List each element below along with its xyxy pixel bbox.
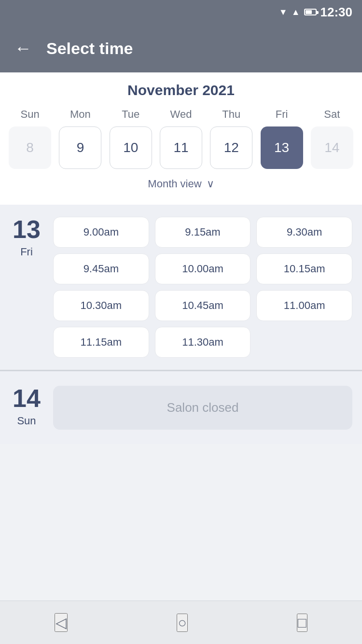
month-view-label: Month view (148, 178, 201, 190)
nav-home-button[interactable]: ○ (177, 614, 187, 632)
calendar-section: November 2021 Sun Mon Tue Wed Thu Fri Sa… (0, 72, 362, 205)
day-13-label-block: 13 Fri (10, 217, 43, 258)
date-12[interactable]: 12 (210, 126, 252, 169)
day-13-name: Fri (20, 246, 33, 258)
status-icons: ▼ ▲ 12:30 (279, 5, 352, 20)
nav-back-button[interactable]: ◁ (55, 613, 68, 632)
battery-icon (304, 9, 317, 15)
month-year-label: November 2021 (0, 82, 362, 98)
date-cell-12: 12 (206, 126, 256, 169)
weekday-wed: Wed (156, 108, 206, 121)
time-slot-1000am[interactable]: 10.00am (155, 253, 251, 284)
time-slot-915am[interactable]: 9.15am (155, 217, 251, 248)
date-14[interactable]: 14 (311, 126, 353, 169)
dates-row: 8 9 10 11 12 13 14 (0, 126, 362, 169)
day-13-time-grid: 9.00am 9.15am 9.30am 9.45am 10.00am 10.1… (53, 217, 352, 358)
day-14-number: 14 (13, 386, 41, 411)
day-13-header: 13 Fri 9.00am 9.15am 9.30am 9.45am 10.00… (10, 217, 352, 358)
date-10[interactable]: 10 (110, 126, 152, 169)
time-slot-900am[interactable]: 9.00am (53, 217, 149, 248)
day-13-section: 13 Fri 9.00am 9.15am 9.30am 9.45am 10.00… (0, 205, 362, 370)
back-button[interactable]: ← (14, 40, 32, 57)
wifi-icon: ▼ (279, 7, 288, 17)
date-8[interactable]: 8 (9, 126, 51, 169)
weekday-row: Sun Mon Tue Wed Thu Fri Sat (0, 108, 362, 121)
date-9[interactable]: 9 (59, 126, 101, 169)
date-cell-13: 13 (256, 126, 306, 169)
date-cell-10: 10 (106, 126, 156, 169)
time-slot-1130am[interactable]: 11.30am (155, 327, 251, 358)
time-slot-945am[interactable]: 9.45am (53, 253, 149, 284)
time-slot-1045am[interactable]: 10.45am (155, 290, 251, 321)
weekday-tue: Tue (106, 108, 156, 121)
weekday-sat: Sat (307, 108, 357, 121)
time-slot-1030am[interactable]: 10.30am (53, 290, 149, 321)
day-14-name: Sun (17, 415, 36, 427)
bottom-nav: ◁ ○ □ (0, 601, 362, 644)
date-cell-11: 11 (156, 126, 206, 169)
month-view-toggle[interactable]: Month view ∨ (0, 174, 362, 197)
date-cell-9: 9 (55, 126, 105, 169)
salon-closed-text: Salon closed (167, 400, 239, 415)
time-slot-1100am[interactable]: 11.00am (256, 290, 352, 321)
page-title: Select time (46, 39, 133, 58)
signal-icon: ▲ (292, 7, 300, 17)
status-time: 12:30 (320, 5, 353, 20)
date-cell-14: 14 (307, 126, 357, 169)
time-slot-1015am[interactable]: 10.15am (256, 253, 352, 284)
status-bar: ▼ ▲ 12:30 (0, 0, 362, 24)
day-14-label-block: 14 Sun (10, 386, 43, 427)
salon-closed-box: Salon closed (53, 386, 352, 430)
weekday-fri: Fri (256, 108, 306, 121)
nav-recent-button[interactable]: □ (297, 614, 307, 632)
time-slot-1115am[interactable]: 11.15am (53, 327, 149, 358)
date-13[interactable]: 13 (261, 126, 303, 169)
time-slot-930am[interactable]: 9.30am (256, 217, 352, 248)
date-cell-8: 8 (5, 126, 55, 169)
weekday-mon: Mon (55, 108, 105, 121)
date-11[interactable]: 11 (160, 126, 202, 169)
chevron-down-icon: ∨ (207, 178, 214, 190)
weekday-sun: Sun (5, 108, 55, 121)
header: ← Select time (0, 24, 362, 72)
day-14-header: 14 Sun Salon closed (10, 386, 352, 430)
weekday-thu: Thu (206, 108, 256, 121)
day-13-number: 13 (13, 217, 41, 242)
day-14-section: 14 Sun Salon closed (0, 371, 362, 444)
